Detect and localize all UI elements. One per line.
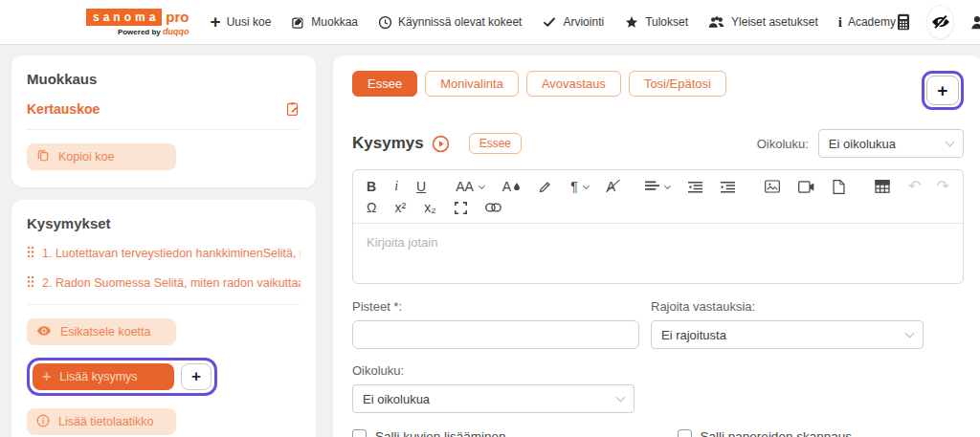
add-question-button[interactable]: + Lisää kysymys [33, 363, 174, 390]
question-section-title: Kysymys [352, 134, 424, 153]
info-i-icon: i [838, 14, 842, 31]
allow-images-checkbox[interactable] [352, 429, 367, 437]
subscript-button[interactable]: x₂ [424, 201, 435, 214]
align-button[interactable] [645, 181, 670, 192]
sanoma-logo-box: sanoma [86, 9, 162, 26]
redo-button[interactable]: ↷ [936, 179, 948, 194]
edit-card-title: Muokkaus [27, 71, 301, 87]
insert-table-button[interactable] [875, 180, 890, 193]
insert-link-button[interactable] [485, 203, 501, 212]
limit-answers-value: Ei rajoitusta [661, 328, 726, 342]
main-nav: + Uusi koe Muokkaa Käynnissä olevat koke… [211, 14, 896, 31]
exam-name-row: Kertauskoe [27, 100, 301, 118]
edit-card: Muokkaus Kertauskoe Kopioi koe [11, 55, 316, 187]
allow-scan-option[interactable]: Salli papereiden skannaus [678, 429, 852, 437]
allow-images-option[interactable]: Salli kuvien lisääminen [352, 429, 506, 437]
question-list-item[interactable]: 1. Luotettavan terveystiedon hankkiminen… [27, 245, 301, 262]
bold-button[interactable]: B [367, 180, 376, 193]
special-characters-button[interactable]: Ω [367, 201, 376, 214]
oikoluku-top-select[interactable]: Ei oikolukua [818, 129, 964, 158]
oikoluku-bottom-select[interactable]: Ei oikolukua [352, 384, 635, 413]
chevron-down-icon [905, 329, 915, 339]
underline-button[interactable]: U [416, 180, 426, 193]
nav-right-icons: Kirjaudu ulos [896, 0, 980, 45]
nav-item-label: Uusi koe [227, 15, 272, 29]
nav-item-label: Muokkaa [311, 15, 358, 29]
question-type-badge: Essee [469, 133, 522, 154]
annotation-highlight: + Lisää kysymys + [27, 358, 217, 396]
edit-icon [291, 15, 305, 30]
question-list-item[interactable]: 2. Radon Suomessa Selitä, miten radon va… [27, 274, 301, 292]
question-title-text: 2. Radon Suomessa Selitä, miten radon va… [42, 276, 301, 290]
copy-exam-button[interactable]: Kopioi koe [27, 143, 176, 170]
top-navbar: sanoma pro Powered by duqqo + Uusi koe M… [0, 0, 980, 45]
outdent-button[interactable] [688, 181, 702, 193]
chevron-down-icon [945, 138, 954, 147]
question-editor-panel: Essee Monivalinta Avovastaus Tosi/Epätos… [333, 55, 980, 437]
preview-exam-button[interactable]: Esikatsele koetta [27, 318, 176, 345]
powered-by-line: Powered by duqqo [118, 27, 189, 36]
user-icon[interactable] [969, 14, 980, 31]
questions-title: Kysymykset [27, 215, 301, 231]
calculator-icon[interactable] [896, 13, 911, 31]
insert-image-button[interactable] [765, 180, 780, 193]
copy-exam-label: Kopioi koe [58, 150, 114, 164]
points-input[interactable] [352, 320, 639, 349]
nav-item-arviointi[interactable]: Arviointi [542, 15, 604, 29]
nav-item-academy[interactable]: i Academy [838, 14, 896, 31]
nav-item-muokkaa[interactable]: Muokkaa [291, 15, 358, 30]
oikoluku-bottom-row: Oikoluku: Ei oikolukua [352, 363, 964, 413]
tab-avovastaus[interactable]: Avovastaus [526, 71, 621, 97]
sanoma-pro-logo[interactable]: sanoma pro Powered by duqqo [86, 9, 189, 36]
nav-item-uusi-koe[interactable]: + Uusi koe [211, 14, 272, 31]
add-part-button[interactable]: + [926, 76, 959, 105]
tab-tosi-epatosi[interactable]: Tosi/Epätosi [629, 71, 726, 97]
fullscreen-button[interactable] [455, 202, 467, 214]
nav-item-label: Käynnissä olevat kokeet [398, 15, 522, 29]
italic-button[interactable]: i [394, 180, 398, 193]
indent-button[interactable] [721, 181, 735, 193]
drag-handle-icon[interactable] [27, 245, 34, 262]
nav-item-label: Arviointi [563, 15, 604, 29]
exam-name[interactable]: Kertauskoe [27, 101, 100, 117]
eye-icon [36, 325, 52, 339]
logo-pro-text: pro [166, 10, 189, 24]
users-icon [708, 15, 725, 30]
annotation-highlight: + [922, 71, 964, 110]
question-text-input[interactable]: Kirjoita jotain [353, 224, 963, 283]
superscript-button[interactable]: x² [394, 201, 406, 214]
insert-file-button[interactable] [833, 180, 845, 194]
copy-icon [36, 148, 50, 165]
add-question-plus-button[interactable]: + [181, 363, 212, 390]
add-infobox-button[interactable]: Lisää tietolaatikko [27, 408, 176, 435]
drag-handle-icon[interactable] [27, 274, 34, 292]
text-color-button[interactable]: A [502, 180, 520, 193]
edit-card-divider [27, 129, 301, 130]
options-row: Salli kuvien lisääminen Salli papereiden… [352, 429, 964, 437]
clear-format-button[interactable]: A [607, 180, 615, 193]
clock-icon [378, 15, 392, 30]
highlight-button[interactable] [538, 180, 552, 194]
tab-monivalinta[interactable]: Monivalinta [425, 71, 519, 97]
rename-exam-icon[interactable] [284, 100, 301, 118]
duqqo-text: duqqo [163, 27, 189, 36]
insert-video-button[interactable] [798, 181, 814, 193]
question-title-text: 1. Luotettavan terveystiedon hankkiminen… [42, 247, 301, 260]
limit-answers-select[interactable]: Ei rajoitusta [651, 320, 924, 349]
play-audio-icon[interactable] [432, 135, 450, 153]
paragraph-format-button[interactable]: ¶ [570, 180, 589, 193]
allow-scan-checkbox[interactable] [678, 429, 692, 437]
accessibility-eye-button[interactable] [926, 5, 954, 39]
nav-item-kaynnissa-olevat-kokeet[interactable]: Käynnissä olevat kokeet [378, 15, 522, 30]
undo-button[interactable]: ↶ [908, 179, 921, 194]
add-infobox-label: Lisää tietolaatikko [58, 415, 153, 428]
editor-toolbar-row-2: Ω x² x₂ [353, 201, 963, 224]
nav-item-yleiset-asetukset[interactable]: Yleiset asetukset [708, 15, 818, 30]
font-size-button[interactable]: AA [456, 180, 484, 193]
tab-essee[interactable]: Essee [352, 71, 417, 97]
sidebar: Muokkaus Kertauskoe Kopioi koe Kysymykse… [11, 55, 316, 437]
eye-slash-icon [931, 14, 950, 30]
nav-item-label: Academy [848, 15, 896, 29]
nav-item-tulokset[interactable]: Tulokset [624, 15, 688, 30]
oikoluku-top-label: Oikoluku: [757, 137, 809, 151]
